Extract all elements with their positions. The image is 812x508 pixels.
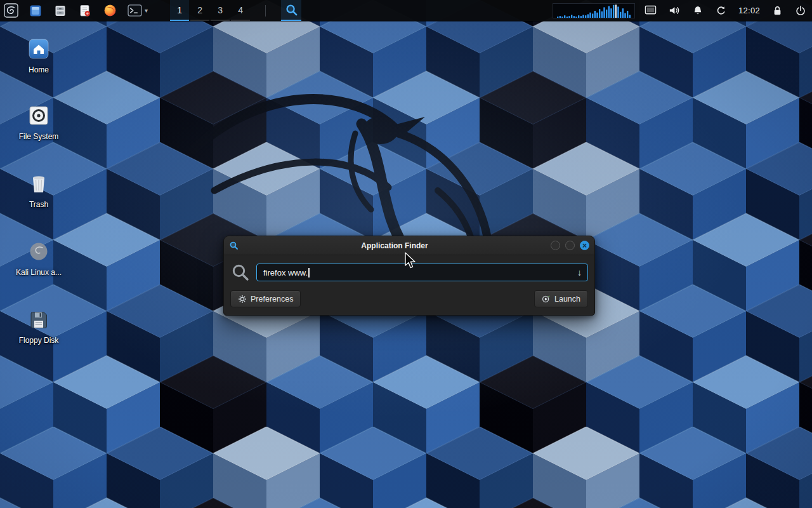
home-folder-icon — [28, 37, 49, 60]
workspace-1[interactable]: 1 — [170, 0, 189, 21]
firefox-icon — [103, 4, 117, 17]
bell-icon — [692, 5, 704, 17]
document-icon — [79, 4, 91, 17]
desktop: Home File System Trash Kali Linux a... — [0, 0, 812, 508]
volume-tray-icon[interactable] — [667, 3, 682, 18]
chevron-down-icon[interactable]: ▾ — [145, 8, 148, 14]
workspace-switcher: 1 2 3 4 — [170, 0, 250, 21]
kali-menu-button[interactable] — [3, 3, 19, 19]
cpu-graph[interactable] — [553, 3, 635, 18]
file-manager-launcher[interactable] — [52, 3, 69, 19]
launch-button[interactable]: Launch — [534, 290, 588, 307]
notifications-tray-icon[interactable] — [690, 3, 705, 18]
file-cabinet-icon — [54, 4, 67, 17]
application-finder-icon — [229, 241, 239, 250]
window-title: Application Finder — [244, 241, 546, 250]
cpu-graph-bars — [553, 4, 634, 18]
preferences-button[interactable]: Preferences — [230, 290, 301, 307]
search-icon — [230, 263, 251, 282]
trash-icon — [29, 171, 48, 194]
desktop-icon-floppy-disk[interactable]: Floppy Disk — [13, 307, 64, 345]
application-finder-window: Application Finder × firefox www. ↓ — [223, 236, 595, 316]
desktop-icon-file-system[interactable]: File System — [13, 104, 64, 141]
updates-tray-icon[interactable] — [714, 3, 729, 18]
text-editor-launcher[interactable] — [77, 3, 93, 19]
lock-keyring-tray-icon[interactable] — [769, 3, 785, 18]
launch-icon — [542, 295, 551, 304]
floppy-icon — [29, 307, 49, 330]
text-cursor — [308, 268, 310, 277]
window-icon — [29, 4, 42, 17]
desktop-icon-label: Home — [29, 65, 49, 74]
close-icon: × — [582, 242, 587, 250]
firefox-launcher[interactable] — [102, 3, 118, 19]
speaker-icon — [668, 4, 680, 17]
drive-icon — [28, 104, 49, 126]
undercover-window-launcher[interactable] — [27, 3, 44, 19]
session-power-tray-icon[interactable] — [793, 3, 808, 18]
desktop-icon-home[interactable]: Home — [13, 37, 64, 74]
desktop-icon-trash[interactable]: Trash — [13, 171, 64, 209]
search-text: firefox www. — [263, 268, 308, 277]
workspace-2[interactable]: 2 — [190, 0, 209, 21]
terminal-launcher[interactable] — [126, 3, 143, 19]
refresh-icon — [716, 5, 727, 17]
dropdown-arrow-icon[interactable]: ↓ — [572, 267, 587, 277]
top-panel: ▾ 1 2 3 4 — [0, 0, 812, 21]
titlebar[interactable]: Application Finder × — [224, 236, 594, 255]
desktop-icon-label: File System — [19, 132, 59, 141]
search-input[interactable]: firefox www. ↓ — [256, 264, 588, 281]
close-button[interactable]: × — [580, 241, 589, 250]
panel-separator — [265, 5, 266, 17]
search-icon — [285, 3, 298, 17]
launch-label: Launch — [554, 295, 580, 304]
kali-document-icon — [28, 239, 49, 262]
display-icon — [645, 5, 657, 16]
gear-icon — [238, 295, 247, 304]
workspace-3[interactable]: 3 — [211, 0, 230, 21]
desktop-icon-label: Trash — [29, 200, 48, 209]
display-tray-icon[interactable] — [643, 3, 658, 18]
desktop-icon-label: Floppy Disk — [19, 336, 59, 345]
kali-logo-icon — [4, 3, 18, 18]
taskbar-application-finder[interactable] — [281, 0, 301, 21]
lock-icon — [772, 5, 783, 17]
minimize-button[interactable] — [551, 241, 560, 250]
workspace-4[interactable]: 4 — [231, 0, 250, 21]
desktop-icon-kali-docs[interactable]: Kali Linux a... — [13, 239, 64, 277]
terminal-icon — [128, 4, 142, 17]
desktop-icon-label: Kali Linux a... — [16, 268, 62, 277]
preferences-label: Preferences — [251, 295, 293, 304]
clock[interactable]: 12:02 — [737, 6, 761, 15]
power-icon — [795, 5, 806, 17]
maximize-button[interactable] — [565, 241, 575, 250]
